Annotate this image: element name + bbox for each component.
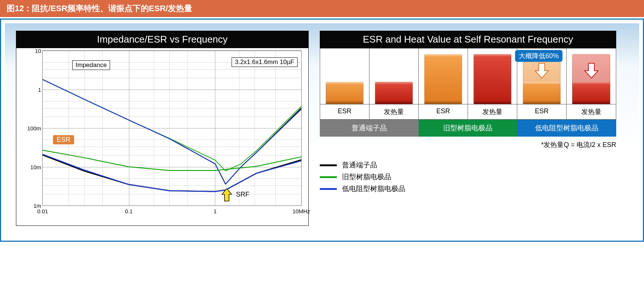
legend-swatch-icon (320, 176, 337, 178)
legend-item-normal: 普通端子品 (320, 160, 616, 170)
esr-lowesr-line (43, 154, 301, 192)
left-plot-wrap: Impedance/ESR[Ω] (16, 48, 309, 226)
legend-swatch-icon (320, 164, 337, 166)
metric-label: 发热量 (369, 104, 419, 119)
xtick: 0.01 (37, 208, 48, 214)
legend-label: 旧型树脂电极品 (342, 172, 391, 182)
impedance-callout: Impedance (72, 60, 110, 70)
ytick: 1m (23, 203, 41, 209)
down-arrow-icon (534, 63, 549, 79)
metric-label-row: ESR 发热量 ESR 发热量 ESR 发热量 (320, 104, 616, 120)
esr-callout: ESR (53, 135, 74, 144)
svg-marker-1 (535, 63, 548, 78)
svg-marker-2 (585, 63, 598, 78)
bar-oldresin-esr (419, 48, 468, 104)
part-callout: 3.2x1.6x1.6mm 10µF (232, 57, 298, 67)
ytick: 10m (23, 164, 41, 170)
bar-grid: 大概降低60% (320, 48, 616, 104)
category-lowesr: 低电阻型树脂电极品 (517, 120, 616, 137)
ytick: 100m (23, 125, 41, 131)
reduction-badge: 大概降低60% (515, 50, 562, 62)
xtick: 0.1 (125, 208, 133, 214)
bar-normal-heat (369, 48, 419, 104)
legend-swatch-icon (320, 188, 337, 190)
legend-label: 普通端子品 (342, 160, 377, 170)
legend-label: 低电阻型树脂电极品 (342, 184, 405, 194)
figure-title: 图12：阻抗/ESR频率特性、谐振点下的ESR/发热量 (0, 0, 644, 17)
left-chart-title: Impedance/ESR vs Frequency (16, 31, 309, 48)
metric-label: ESR (517, 104, 567, 119)
svg-marker-0 (222, 188, 232, 201)
ytick: 10 (23, 48, 41, 54)
xtick: 10MHz (292, 208, 310, 214)
bar-normal-esr (320, 48, 369, 104)
category-oldresin: 旧型树脂电极品 (419, 120, 518, 137)
right-side: ESR and Heat Value at Self Resonant Freq… (320, 31, 616, 196)
impedance-esr-chart: Impedance/ESR vs Frequency Impedance/ESR… (16, 31, 309, 226)
metric-label: ESR (320, 104, 369, 119)
srf-label: SRF (236, 191, 249, 198)
ytick: 1 (23, 86, 41, 93)
down-arrow-icon (584, 63, 599, 79)
curves-svg (43, 51, 301, 205)
metric-label: 发热量 (468, 104, 517, 119)
srf-arrow-icon (221, 188, 232, 202)
metric-label: ESR (419, 104, 468, 119)
xtick: 1 (213, 208, 216, 214)
bar-lowesr-esr: 大概降低60% (517, 48, 567, 104)
esr-oldresin-line (43, 150, 301, 171)
metric-label: 发热量 (567, 104, 616, 119)
figure-border: Impedance/ESR vs Frequency Impedance/ESR… (0, 19, 644, 242)
category-normal: 普通端子品 (320, 120, 419, 137)
bar-oldresin-heat (468, 48, 517, 104)
bar-lowesr-heat (567, 48, 616, 104)
line-legend: 普通端子品 旧型树脂电极品 低电阻型树脂电极品 (320, 160, 616, 194)
legend-item-oldresin: 旧型树脂电极品 (320, 172, 616, 182)
plot-area: 10 1 100m 10m 1m 0.01 0.1 1 10MHz (42, 50, 302, 206)
right-chart-title: ESR and Heat Value at Self Resonant Freq… (320, 31, 616, 48)
figure-12: 图12：阻抗/ESR频率特性、谐振点下的ESR/发热量 Impedance/ES… (0, 0, 644, 242)
figure-panel: Impedance/ESR vs Frequency Impedance/ESR… (1, 20, 643, 241)
category-row: 普通端子品 旧型树脂电极品 低电阻型树脂电极品 (320, 120, 616, 137)
legend-item-lowesr: 低电阻型树脂电极品 (320, 184, 616, 194)
esr-normal-line (43, 155, 301, 192)
heat-formula-footnote: *发热量Q = 电流I2 x ESR (320, 140, 616, 149)
